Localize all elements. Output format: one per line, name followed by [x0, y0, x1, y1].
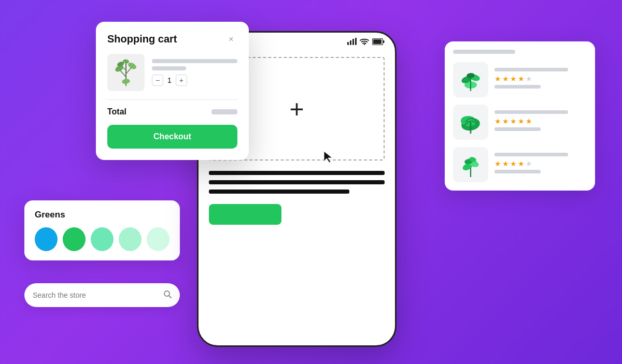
wifi-icon — [360, 38, 369, 47]
star-3-5: ★ — [526, 159, 532, 168]
search-bar — [24, 283, 180, 307]
product-name-line-1 — [494, 68, 568, 71]
product-thumb-3 — [453, 147, 488, 182]
star-2-5: ★ — [526, 117, 532, 125]
product-item-3: ★ ★ ★ ★ ★ — [453, 147, 587, 182]
cart-item-details: − 1 + — [152, 59, 237, 86]
star-3-2: ★ — [502, 159, 509, 168]
plus-icon: + — [289, 95, 304, 123]
svg-rect-14 — [355, 38, 357, 45]
product-thumb-2 — [453, 105, 488, 140]
star-1-2: ★ — [502, 75, 509, 83]
color-dot-lightest-green[interactable] — [147, 227, 169, 251]
product-stars-3: ★ ★ ★ ★ ★ — [494, 159, 587, 168]
star-2-1: ★ — [494, 117, 501, 125]
phone-green-button[interactable] — [209, 204, 281, 225]
star-1-3: ★ — [510, 75, 517, 83]
cart-header: Shopping cart × — [107, 33, 237, 46]
star-1-4: ★ — [518, 75, 525, 83]
battery-icon — [372, 38, 385, 47]
signal-icon — [347, 38, 357, 47]
svg-rect-17 — [373, 39, 381, 44]
star-3-4: ★ — [518, 159, 525, 168]
cart-title: Shopping cart — [107, 33, 177, 45]
color-dot-lighter-green[interactable] — [119, 227, 142, 251]
svg-rect-12 — [350, 40, 351, 45]
svg-rect-11 — [347, 42, 349, 45]
star-2-4: ★ — [518, 117, 525, 125]
shopping-cart-modal: Shopping cart × − 1 + — [96, 22, 249, 160]
cart-divider — [107, 99, 237, 100]
color-dot-blue[interactable] — [35, 227, 58, 251]
cursor-arrow-icon — [323, 150, 334, 164]
product-list-card: ★ ★ ★ ★ ★ ★ ★ ★ ★ — [445, 41, 595, 191]
product-stars-2: ★ ★ ★ ★ ★ — [494, 117, 587, 125]
cart-total-row: Total — [107, 107, 237, 117]
star-1-1: ★ — [494, 75, 501, 83]
star-3-3: ★ — [510, 159, 517, 168]
product-item-1: ★ ★ ★ ★ ★ — [453, 62, 587, 97]
text-line-1 — [209, 171, 385, 175]
svg-point-15 — [364, 44, 365, 45]
product-info-1: ★ ★ ★ ★ ★ — [494, 68, 587, 92]
cart-item: − 1 + — [107, 54, 237, 91]
product-price-line-3 — [494, 170, 541, 173]
cart-close-button[interactable]: × — [225, 33, 237, 46]
qty-value: 1 — [167, 76, 172, 84]
search-input[interactable] — [33, 291, 163, 299]
product-item-2: ★ ★ ★ ★ ★ — [453, 105, 587, 140]
star-2-2: ★ — [502, 117, 509, 125]
phone-text-lines — [209, 171, 385, 194]
svg-rect-13 — [352, 39, 354, 45]
color-dot-green[interactable] — [63, 227, 86, 251]
product-name-line-3 — [494, 153, 568, 156]
product-name-line-2 — [494, 110, 568, 114]
product-stars-1: ★ ★ ★ ★ ★ — [494, 75, 587, 83]
cart-item-image — [107, 54, 145, 91]
text-line-3 — [209, 190, 349, 194]
color-palette-title: Greens — [35, 210, 169, 220]
product-info-3: ★ ★ ★ ★ ★ — [494, 153, 587, 177]
qty-decrease-button[interactable]: − — [152, 75, 163, 86]
text-line-2 — [209, 180, 385, 184]
star-2-3: ★ — [510, 117, 517, 125]
color-dots-container — [35, 227, 169, 251]
svg-line-10 — [169, 296, 171, 298]
checkout-button[interactable]: Checkout — [107, 125, 237, 149]
product-list-top-bar — [453, 50, 515, 54]
product-price-line-1 — [494, 85, 541, 89]
product-thumb-1 — [453, 62, 488, 97]
cart-item-price-line — [152, 66, 186, 70]
star-1-5: ★ — [526, 75, 532, 83]
cart-total-value — [211, 109, 237, 114]
color-dot-light-green[interactable] — [91, 227, 114, 251]
star-3-1: ★ — [494, 159, 501, 168]
svg-point-8 — [122, 78, 131, 84]
color-palette-card: Greens — [24, 200, 180, 260]
qty-increase-button[interactable]: + — [176, 75, 187, 86]
product-info-2: ★ ★ ★ ★ ★ — [494, 110, 587, 134]
svg-marker-19 — [324, 151, 332, 163]
product-price-line-2 — [494, 127, 541, 131]
svg-rect-18 — [383, 40, 385, 43]
cart-total-label: Total — [107, 107, 126, 117]
search-icon[interactable] — [163, 290, 172, 300]
cart-item-name-line — [152, 59, 237, 63]
cart-quantity: − 1 + — [152, 75, 237, 86]
